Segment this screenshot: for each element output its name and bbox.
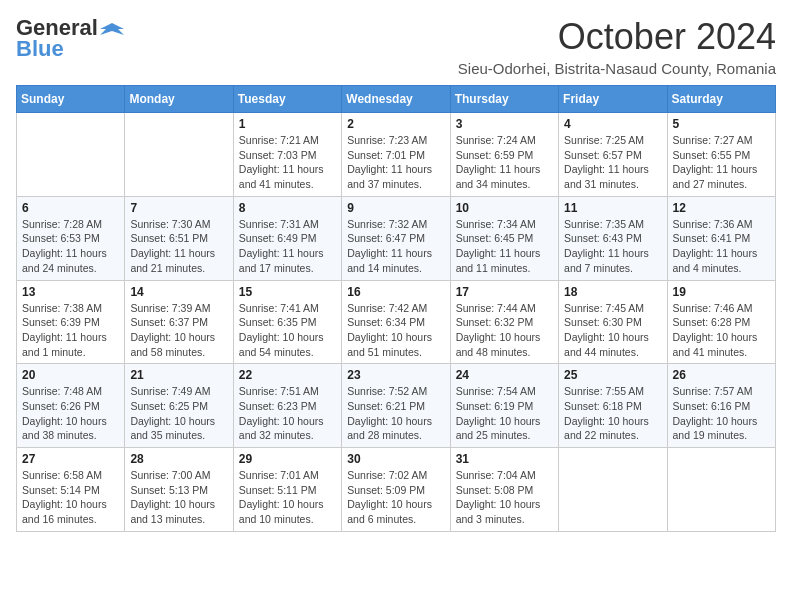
day-number: 20 [22,368,119,382]
day-number: 27 [22,452,119,466]
header-saturday: Saturday [667,86,775,113]
day-cell [667,448,775,532]
header-monday: Monday [125,86,233,113]
day-info: Sunrise: 7:35 AMSunset: 6:43 PMDaylight:… [564,217,661,276]
day-info: Sunrise: 7:42 AMSunset: 6:34 PMDaylight:… [347,301,444,360]
day-number: 4 [564,117,661,131]
day-info: Sunrise: 7:27 AMSunset: 6:55 PMDaylight:… [673,133,770,192]
day-cell: 2Sunrise: 7:23 AMSunset: 7:01 PMDaylight… [342,113,450,197]
day-cell: 20Sunrise: 7:48 AMSunset: 6:26 PMDayligh… [17,364,125,448]
day-info: Sunrise: 7:23 AMSunset: 7:01 PMDaylight:… [347,133,444,192]
day-cell: 16Sunrise: 7:42 AMSunset: 6:34 PMDayligh… [342,280,450,364]
header: General Blue October 2024 Sieu-Odorhei, … [16,16,776,77]
day-cell: 4Sunrise: 7:25 AMSunset: 6:57 PMDaylight… [559,113,667,197]
day-number: 8 [239,201,336,215]
day-cell: 30Sunrise: 7:02 AMSunset: 5:09 PMDayligh… [342,448,450,532]
day-cell: 3Sunrise: 7:24 AMSunset: 6:59 PMDaylight… [450,113,558,197]
svg-marker-0 [100,23,124,35]
day-number: 24 [456,368,553,382]
day-info: Sunrise: 7:39 AMSunset: 6:37 PMDaylight:… [130,301,227,360]
day-info: Sunrise: 7:55 AMSunset: 6:18 PMDaylight:… [564,384,661,443]
day-info: Sunrise: 6:58 AMSunset: 5:14 PMDaylight:… [22,468,119,527]
day-number: 21 [130,368,227,382]
location-title: Sieu-Odorhei, Bistrita-Nasaud County, Ro… [458,60,776,77]
header-tuesday: Tuesday [233,86,341,113]
day-number: 26 [673,368,770,382]
day-info: Sunrise: 7:38 AMSunset: 6:39 PMDaylight:… [22,301,119,360]
logo: General Blue [16,16,124,62]
day-info: Sunrise: 7:45 AMSunset: 6:30 PMDaylight:… [564,301,661,360]
day-info: Sunrise: 7:52 AMSunset: 6:21 PMDaylight:… [347,384,444,443]
day-info: Sunrise: 7:44 AMSunset: 6:32 PMDaylight:… [456,301,553,360]
calendar: SundayMondayTuesdayWednesdayThursdayFrid… [16,85,776,532]
day-number: 7 [130,201,227,215]
logo-blue-text: Blue [16,36,64,62]
week-row-5: 27Sunrise: 6:58 AMSunset: 5:14 PMDayligh… [17,448,776,532]
day-cell: 11Sunrise: 7:35 AMSunset: 6:43 PMDayligh… [559,196,667,280]
day-number: 28 [130,452,227,466]
header-friday: Friday [559,86,667,113]
day-number: 31 [456,452,553,466]
day-number: 12 [673,201,770,215]
day-cell: 22Sunrise: 7:51 AMSunset: 6:23 PMDayligh… [233,364,341,448]
day-number: 30 [347,452,444,466]
day-info: Sunrise: 7:02 AMSunset: 5:09 PMDaylight:… [347,468,444,527]
day-cell: 19Sunrise: 7:46 AMSunset: 6:28 PMDayligh… [667,280,775,364]
week-row-1: 1Sunrise: 7:21 AMSunset: 7:03 PMDaylight… [17,113,776,197]
day-cell [125,113,233,197]
day-cell [17,113,125,197]
week-row-3: 13Sunrise: 7:38 AMSunset: 6:39 PMDayligh… [17,280,776,364]
day-cell: 7Sunrise: 7:30 AMSunset: 6:51 PMDaylight… [125,196,233,280]
day-info: Sunrise: 7:34 AMSunset: 6:45 PMDaylight:… [456,217,553,276]
day-number: 15 [239,285,336,299]
week-row-4: 20Sunrise: 7:48 AMSunset: 6:26 PMDayligh… [17,364,776,448]
day-info: Sunrise: 7:24 AMSunset: 6:59 PMDaylight:… [456,133,553,192]
day-cell: 1Sunrise: 7:21 AMSunset: 7:03 PMDaylight… [233,113,341,197]
day-number: 16 [347,285,444,299]
day-cell: 10Sunrise: 7:34 AMSunset: 6:45 PMDayligh… [450,196,558,280]
day-info: Sunrise: 7:48 AMSunset: 6:26 PMDaylight:… [22,384,119,443]
day-number: 23 [347,368,444,382]
day-number: 5 [673,117,770,131]
day-number: 22 [239,368,336,382]
calendar-header-row: SundayMondayTuesdayWednesdayThursdayFrid… [17,86,776,113]
day-cell: 12Sunrise: 7:36 AMSunset: 6:41 PMDayligh… [667,196,775,280]
day-info: Sunrise: 7:41 AMSunset: 6:35 PMDaylight:… [239,301,336,360]
month-title: October 2024 [458,16,776,58]
day-number: 29 [239,452,336,466]
day-cell: 25Sunrise: 7:55 AMSunset: 6:18 PMDayligh… [559,364,667,448]
day-info: Sunrise: 7:25 AMSunset: 6:57 PMDaylight:… [564,133,661,192]
day-number: 9 [347,201,444,215]
day-cell: 23Sunrise: 7:52 AMSunset: 6:21 PMDayligh… [342,364,450,448]
day-cell: 14Sunrise: 7:39 AMSunset: 6:37 PMDayligh… [125,280,233,364]
day-cell: 6Sunrise: 7:28 AMSunset: 6:53 PMDaylight… [17,196,125,280]
day-cell: 29Sunrise: 7:01 AMSunset: 5:11 PMDayligh… [233,448,341,532]
day-number: 13 [22,285,119,299]
day-number: 25 [564,368,661,382]
day-number: 18 [564,285,661,299]
day-info: Sunrise: 7:51 AMSunset: 6:23 PMDaylight:… [239,384,336,443]
day-number: 2 [347,117,444,131]
day-cell: 13Sunrise: 7:38 AMSunset: 6:39 PMDayligh… [17,280,125,364]
day-cell: 18Sunrise: 7:45 AMSunset: 6:30 PMDayligh… [559,280,667,364]
logo-bird-icon [100,21,124,37]
day-info: Sunrise: 7:21 AMSunset: 7:03 PMDaylight:… [239,133,336,192]
day-cell: 31Sunrise: 7:04 AMSunset: 5:08 PMDayligh… [450,448,558,532]
day-cell [559,448,667,532]
header-sunday: Sunday [17,86,125,113]
day-info: Sunrise: 7:30 AMSunset: 6:51 PMDaylight:… [130,217,227,276]
day-cell: 26Sunrise: 7:57 AMSunset: 6:16 PMDayligh… [667,364,775,448]
day-number: 17 [456,285,553,299]
day-cell: 9Sunrise: 7:32 AMSunset: 6:47 PMDaylight… [342,196,450,280]
day-info: Sunrise: 7:54 AMSunset: 6:19 PMDaylight:… [456,384,553,443]
day-cell: 24Sunrise: 7:54 AMSunset: 6:19 PMDayligh… [450,364,558,448]
day-info: Sunrise: 7:57 AMSunset: 6:16 PMDaylight:… [673,384,770,443]
title-area: October 2024 Sieu-Odorhei, Bistrita-Nasa… [458,16,776,77]
day-info: Sunrise: 7:04 AMSunset: 5:08 PMDaylight:… [456,468,553,527]
day-number: 19 [673,285,770,299]
day-cell: 21Sunrise: 7:49 AMSunset: 6:25 PMDayligh… [125,364,233,448]
header-thursday: Thursday [450,86,558,113]
day-cell: 27Sunrise: 6:58 AMSunset: 5:14 PMDayligh… [17,448,125,532]
day-cell: 15Sunrise: 7:41 AMSunset: 6:35 PMDayligh… [233,280,341,364]
day-number: 10 [456,201,553,215]
